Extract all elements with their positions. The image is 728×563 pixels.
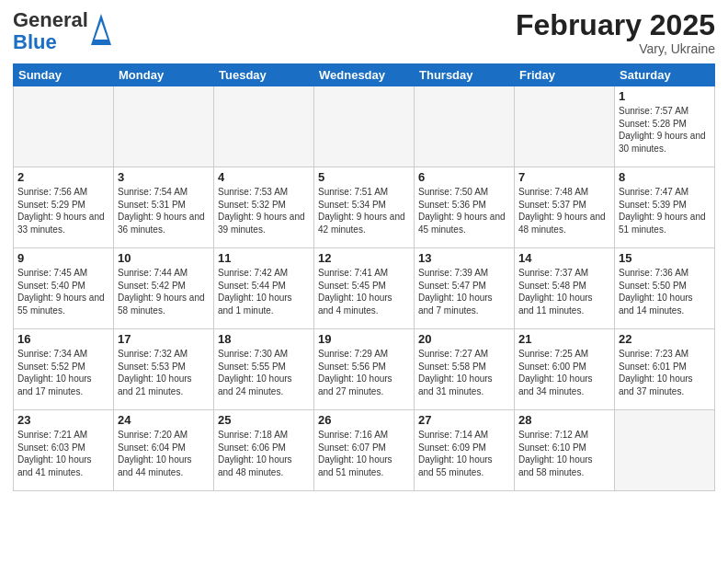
- calendar-cell: 8Sunrise: 7:47 AM Sunset: 5:39 PM Daylig…: [615, 167, 715, 248]
- calendar-cell: 23Sunrise: 7:21 AM Sunset: 6:03 PM Dayli…: [14, 410, 114, 491]
- calendar-cell: 28Sunrise: 7:12 AM Sunset: 6:10 PM Dayli…: [515, 410, 615, 491]
- day-number: 25: [218, 413, 310, 427]
- calendar-cell: 19Sunrise: 7:29 AM Sunset: 5:56 PM Dayli…: [314, 329, 415, 410]
- day-info: Sunrise: 7:23 AM Sunset: 6:01 PM Dayligh…: [619, 348, 711, 397]
- calendar-cell: 10Sunrise: 7:44 AM Sunset: 5:42 PM Dayli…: [114, 248, 214, 329]
- calendar-table: Sunday Monday Tuesday Wednesday Thursday…: [13, 63, 715, 491]
- day-number: 17: [118, 332, 210, 346]
- col-thursday: Thursday: [415, 64, 515, 86]
- day-info: Sunrise: 7:54 AM Sunset: 5:31 PM Dayligh…: [118, 186, 210, 236]
- calendar-week-0: 1Sunrise: 7:57 AM Sunset: 5:28 PM Daylig…: [14, 86, 715, 167]
- month-title: February 2025: [516, 9, 715, 41]
- logo: General Blue: [13, 9, 111, 53]
- calendar-cell: 9Sunrise: 7:45 AM Sunset: 5:40 PM Daylig…: [14, 248, 114, 329]
- day-info: Sunrise: 7:41 AM Sunset: 5:45 PM Dayligh…: [318, 267, 410, 316]
- day-info: Sunrise: 7:44 AM Sunset: 5:42 PM Dayligh…: [118, 267, 210, 316]
- col-saturday: Saturday: [615, 64, 715, 86]
- day-info: Sunrise: 7:57 AM Sunset: 5:28 PM Dayligh…: [619, 105, 711, 155]
- calendar-cell: 18Sunrise: 7:30 AM Sunset: 5:55 PM Dayli…: [214, 329, 314, 410]
- day-info: Sunrise: 7:56 AM Sunset: 5:29 PM Dayligh…: [17, 186, 109, 236]
- day-info: Sunrise: 7:29 AM Sunset: 5:56 PM Dayligh…: [318, 348, 410, 397]
- day-info: Sunrise: 7:16 AM Sunset: 6:07 PM Dayligh…: [318, 429, 410, 478]
- calendar-cell: 26Sunrise: 7:16 AM Sunset: 6:07 PM Dayli…: [314, 410, 415, 491]
- day-number: 15: [619, 251, 711, 265]
- day-info: Sunrise: 7:51 AM Sunset: 5:34 PM Dayligh…: [318, 186, 410, 236]
- day-number: 24: [118, 413, 210, 427]
- day-number: 3: [118, 170, 210, 184]
- calendar-cell: 7Sunrise: 7:48 AM Sunset: 5:37 PM Daylig…: [515, 167, 615, 248]
- logo-blue-text: Blue: [13, 30, 57, 53]
- day-number: 12: [318, 251, 410, 265]
- col-sunday: Sunday: [14, 64, 114, 86]
- calendar-cell: 24Sunrise: 7:20 AM Sunset: 6:04 PM Dayli…: [114, 410, 214, 491]
- day-number: 6: [418, 170, 510, 184]
- calendar-week-2: 9Sunrise: 7:45 AM Sunset: 5:40 PM Daylig…: [14, 248, 715, 329]
- day-number: 27: [418, 413, 510, 427]
- day-info: Sunrise: 7:50 AM Sunset: 5:36 PM Dayligh…: [418, 186, 510, 236]
- day-number: 26: [318, 413, 410, 427]
- logo-general-text: General: [13, 8, 88, 31]
- calendar-cell: 4Sunrise: 7:53 AM Sunset: 5:32 PM Daylig…: [214, 167, 314, 248]
- calendar-week-4: 23Sunrise: 7:21 AM Sunset: 6:03 PM Dayli…: [14, 410, 715, 491]
- day-info: Sunrise: 7:39 AM Sunset: 5:47 PM Dayligh…: [418, 267, 510, 316]
- calendar-cell: 1Sunrise: 7:57 AM Sunset: 5:28 PM Daylig…: [615, 86, 715, 167]
- day-number: 28: [518, 413, 610, 427]
- location: Vary, Ukraine: [516, 41, 715, 56]
- calendar-cell: [214, 86, 314, 167]
- day-number: 10: [118, 251, 210, 265]
- day-number: 19: [318, 332, 410, 346]
- day-info: Sunrise: 7:34 AM Sunset: 5:52 PM Dayligh…: [17, 348, 109, 397]
- day-number: 23: [17, 413, 109, 427]
- title-block: February 2025 Vary, Ukraine: [516, 9, 715, 56]
- day-info: Sunrise: 7:47 AM Sunset: 5:39 PM Dayligh…: [619, 186, 711, 236]
- day-info: Sunrise: 7:21 AM Sunset: 6:03 PM Dayligh…: [17, 429, 109, 478]
- day-number: 11: [218, 251, 310, 265]
- calendar-cell: 20Sunrise: 7:27 AM Sunset: 5:58 PM Dayli…: [415, 329, 515, 410]
- day-info: Sunrise: 7:32 AM Sunset: 5:53 PM Dayligh…: [118, 348, 210, 397]
- day-number: 7: [518, 170, 610, 184]
- day-number: 9: [17, 251, 109, 265]
- calendar-cell: [314, 86, 415, 167]
- calendar-cell: 22Sunrise: 7:23 AM Sunset: 6:01 PM Dayli…: [615, 329, 715, 410]
- calendar-cell: [615, 410, 715, 491]
- day-info: Sunrise: 7:30 AM Sunset: 5:55 PM Dayligh…: [218, 348, 310, 397]
- calendar-header-row: Sunday Monday Tuesday Wednesday Thursday…: [14, 64, 715, 86]
- logo-icon: [91, 14, 111, 45]
- calendar-cell: 13Sunrise: 7:39 AM Sunset: 5:47 PM Dayli…: [415, 248, 515, 329]
- calendar-cell: 25Sunrise: 7:18 AM Sunset: 6:06 PM Dayli…: [214, 410, 314, 491]
- calendar-week-1: 2Sunrise: 7:56 AM Sunset: 5:29 PM Daylig…: [14, 167, 715, 248]
- day-number: 21: [518, 332, 610, 346]
- day-info: Sunrise: 7:42 AM Sunset: 5:44 PM Dayligh…: [218, 267, 310, 316]
- calendar-cell: 17Sunrise: 7:32 AM Sunset: 5:53 PM Dayli…: [114, 329, 214, 410]
- day-info: Sunrise: 7:27 AM Sunset: 5:58 PM Dayligh…: [418, 348, 510, 397]
- day-number: 18: [218, 332, 310, 346]
- calendar-cell: 5Sunrise: 7:51 AM Sunset: 5:34 PM Daylig…: [314, 167, 415, 248]
- calendar-cell: 2Sunrise: 7:56 AM Sunset: 5:29 PM Daylig…: [14, 167, 114, 248]
- day-info: Sunrise: 7:53 AM Sunset: 5:32 PM Dayligh…: [218, 186, 310, 236]
- calendar-cell: [415, 86, 515, 167]
- day-number: 4: [218, 170, 310, 184]
- day-info: Sunrise: 7:12 AM Sunset: 6:10 PM Dayligh…: [518, 429, 610, 478]
- day-number: 14: [518, 251, 610, 265]
- page-container: General Blue February 2025 Vary, Ukraine…: [0, 0, 728, 563]
- calendar-cell: 12Sunrise: 7:41 AM Sunset: 5:45 PM Dayli…: [314, 248, 415, 329]
- day-info: Sunrise: 7:45 AM Sunset: 5:40 PM Dayligh…: [17, 267, 109, 316]
- day-info: Sunrise: 7:18 AM Sunset: 6:06 PM Dayligh…: [218, 429, 310, 478]
- col-tuesday: Tuesday: [214, 64, 314, 86]
- day-number: 2: [17, 170, 109, 184]
- day-number: 1: [619, 89, 711, 103]
- day-info: Sunrise: 7:25 AM Sunset: 6:00 PM Dayligh…: [518, 348, 610, 397]
- calendar-cell: [515, 86, 615, 167]
- day-number: 5: [318, 170, 410, 184]
- day-number: 13: [418, 251, 510, 265]
- calendar-cell: 11Sunrise: 7:42 AM Sunset: 5:44 PM Dayli…: [214, 248, 314, 329]
- col-monday: Monday: [114, 64, 214, 86]
- calendar-cell: 27Sunrise: 7:14 AM Sunset: 6:09 PM Dayli…: [415, 410, 515, 491]
- calendar-cell: 15Sunrise: 7:36 AM Sunset: 5:50 PM Dayli…: [615, 248, 715, 329]
- day-info: Sunrise: 7:20 AM Sunset: 6:04 PM Dayligh…: [118, 429, 210, 478]
- calendar-cell: 14Sunrise: 7:37 AM Sunset: 5:48 PM Dayli…: [515, 248, 615, 329]
- day-info: Sunrise: 7:14 AM Sunset: 6:09 PM Dayligh…: [418, 429, 510, 478]
- day-number: 16: [17, 332, 109, 346]
- day-number: 20: [418, 332, 510, 346]
- day-info: Sunrise: 7:37 AM Sunset: 5:48 PM Dayligh…: [518, 267, 610, 316]
